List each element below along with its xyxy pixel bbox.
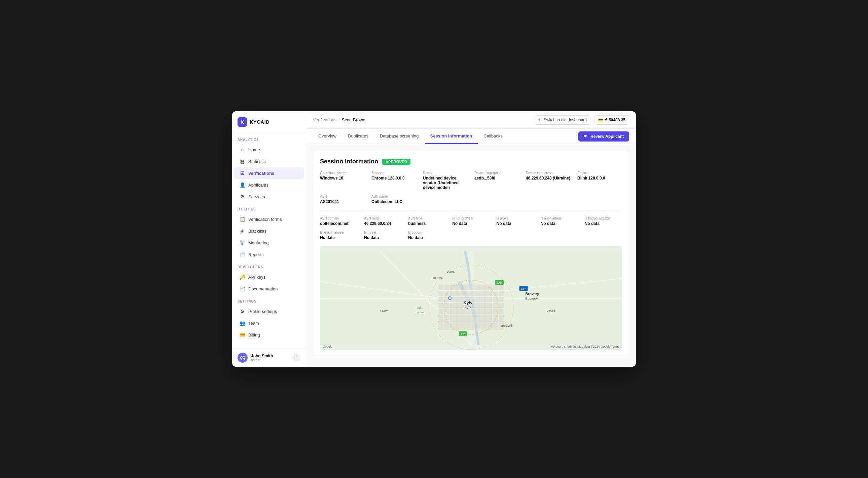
review-btn-label: Review Applicant: [590, 134, 624, 139]
sidebar-icon-applicants: 👤: [240, 182, 245, 187]
info-value: No data: [541, 221, 578, 226]
sidebar-item-team[interactable]: 👥 Team: [234, 317, 304, 329]
sidebar-item-documentation[interactable]: 📑 Documentation: [234, 283, 304, 295]
svg-point-39: [449, 297, 451, 299]
info-value: business: [408, 221, 445, 226]
sidebar-icon-verification-forms: 📋: [240, 216, 245, 222]
info-value: Undefined device vendor (Undefined devic…: [423, 176, 468, 190]
info-item: ASN AS201041: [320, 195, 365, 204]
sidebar-label-statistics: Statistics: [248, 159, 266, 164]
sidebar-item-statistics[interactable]: ▦ Statistics: [234, 156, 304, 167]
status-badge: Approved: [382, 159, 410, 165]
sidebar-item-verification-forms[interactable]: 📋 Verification forms: [234, 213, 304, 225]
sidebar-label-services: Services: [248, 194, 265, 199]
sidebar-icon-billing: 💳: [240, 332, 245, 338]
info-label: Device fingerprint: [474, 171, 519, 175]
sidebar-item-home[interactable]: ⌂ Home: [234, 144, 304, 155]
sidebar-icon-services: ⚙: [240, 194, 245, 199]
balance-badge: 💳 € 50483.35: [594, 115, 629, 125]
sidebar-item-services[interactable]: ⚙ Services: [234, 191, 304, 202]
svg-text:Boryspil: Boryspil: [501, 324, 512, 328]
breadcrumb-separator: /: [338, 117, 340, 122]
tab-duplicates[interactable]: Duplicates: [342, 129, 374, 144]
user-role: admin: [251, 358, 289, 362]
svg-text:Hostomel: Hostomel: [432, 276, 443, 279]
info-label: Is bogon: [408, 231, 445, 234]
info-value: No data: [585, 221, 622, 226]
map-credit: Google: [323, 345, 332, 348]
map-svg: Kyiv Київ Brovary Бровари Irpin Ірпінь B…: [320, 246, 622, 350]
info-item: Is threat No data: [364, 231, 401, 240]
sidebar-label-applicants: Applicants: [248, 182, 269, 187]
info-value: No data: [408, 235, 445, 240]
info-label: Engine: [577, 171, 622, 175]
sidebar-section-label: Utilities: [232, 203, 306, 213]
info-label: Device: [423, 171, 468, 175]
info-item: Device fingerprint aedb...53f8: [474, 171, 519, 190]
svg-text:Бровари: Бровари: [526, 297, 539, 300]
session-title: Session information: [320, 158, 378, 165]
info-value: Windows 10: [320, 176, 365, 180]
sidebar-item-profile-settings[interactable]: ⚙ Profile settings: [234, 306, 304, 317]
map-container: Kyiv Київ Brovary Бровари Irpin Ірпінь B…: [320, 246, 622, 350]
tab-database-screening[interactable]: Database screening: [374, 129, 424, 144]
info-label: ASN name: [371, 195, 416, 198]
sidebar-label-api-keys: API keys: [248, 275, 266, 280]
svg-text:Brovary: Brovary: [526, 292, 539, 296]
sidebar-item-monitoring[interactable]: 📡 Monitoring: [234, 237, 304, 248]
info-value: No data: [320, 235, 357, 240]
info-value: 46.229.60.0/24: [364, 221, 401, 226]
sidebar-icon-documentation: 📑: [240, 286, 245, 292]
switch-dashboard-button[interactable]: ↻ Switch to old dashboard: [535, 115, 590, 125]
sidebar-section-label: Settings: [232, 295, 306, 305]
topbar-actions: ↻ Switch to old dashboard 💳 € 50483.35: [535, 115, 629, 125]
info-value: aedb...53f8: [474, 176, 519, 180]
info-label: Is threat: [364, 231, 401, 234]
svg-text:Ірпінь: Ірпінь: [416, 311, 424, 314]
sidebar-item-api-keys[interactable]: 🔑 API keys: [234, 271, 304, 283]
sidebar-item-verifications[interactable]: ☑ Verifications: [234, 167, 304, 179]
review-applicant-button[interactable]: 👁 Review Applicant: [578, 131, 629, 141]
switch-btn-label: Switch to old dashboard: [544, 118, 587, 122]
sidebar-item-applicants[interactable]: 👤 Applicants: [234, 179, 304, 191]
svg-text:Київ: Київ: [465, 306, 472, 310]
info-label: Is Tor browser: [452, 216, 490, 220]
breadcrumb-parent[interactable]: Verifications: [313, 117, 336, 122]
sidebar-section-label: Developers: [232, 261, 306, 271]
svg-text:H07: H07: [522, 288, 526, 291]
svg-text:E40: E40: [497, 282, 502, 284]
info-label: ASN route: [364, 216, 401, 220]
sidebar-icon-team: 👥: [240, 320, 245, 326]
breadcrumb: Verifications / Scott Brown: [313, 117, 529, 122]
info-value: No data: [452, 221, 490, 226]
sidebar-label-profile-settings: Profile settings: [248, 309, 277, 314]
info-item: ASN type business: [408, 216, 445, 226]
tabs-bar: OverviewDuplicatesDatabase screeningSess…: [306, 129, 636, 144]
info-value: No data: [364, 235, 401, 240]
sidebar-item-reports[interactable]: 📄 Reports: [234, 249, 304, 260]
info-value: No data: [497, 221, 534, 226]
info-value: Blink 128.0.0.0: [577, 176, 622, 180]
breadcrumb-current: Scott Brown: [342, 117, 365, 122]
sidebar-item-billing[interactable]: 💳 Billing: [234, 329, 304, 341]
info-label: Is proxy: [497, 216, 534, 220]
logo-area: K KYCAID: [232, 111, 306, 133]
tab-session-information[interactable]: Session information: [425, 129, 478, 144]
sidebar-item-blacklists[interactable]: ◈ Blacklists: [234, 225, 304, 237]
sidebar-icon-api-keys: 🔑: [240, 274, 245, 280]
info-label: ASN type: [408, 216, 445, 220]
svg-text:E95: E95: [461, 333, 465, 336]
sidebar-icon-monitoring: 📡: [240, 240, 245, 245]
tab-callbacks[interactable]: Callbacks: [478, 129, 508, 144]
sidebar-label-home: Home: [248, 147, 260, 152]
main-content: Session information Approved Operation s…: [306, 144, 636, 367]
info-item: ASN domain obltelecom.net: [320, 216, 357, 226]
info-value: obltelecom.net: [320, 221, 357, 226]
sidebar-section-label: Analytics: [232, 133, 306, 143]
tab-overview[interactable]: Overview: [313, 129, 342, 144]
info-item: ASN route 46.229.60.0/24: [364, 216, 401, 226]
main-area: Verifications / Scott Brown ↻ Switch to …: [306, 111, 636, 367]
info-value: AS201041: [320, 199, 365, 204]
sidebar-toggle[interactable]: ⌃: [292, 354, 301, 362]
svg-text:Kyiv: Kyiv: [464, 301, 473, 305]
